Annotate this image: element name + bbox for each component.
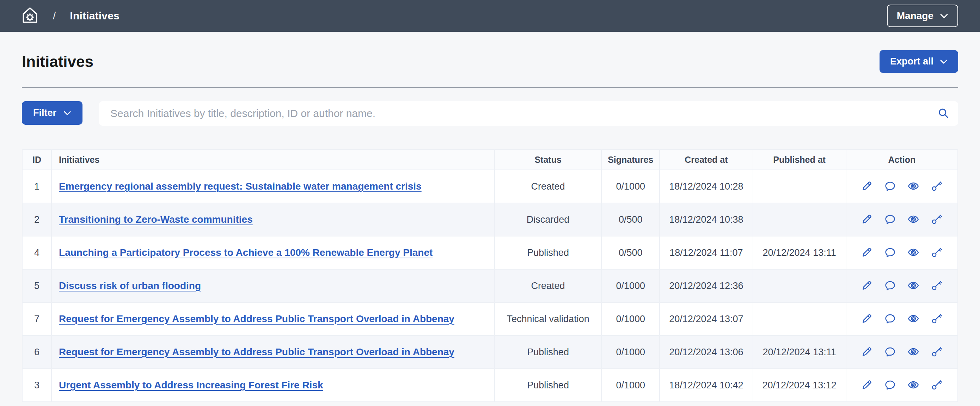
table-row: 1 Emergency regional assembly request: S… (22, 170, 958, 203)
preview-button[interactable] (905, 212, 921, 227)
permissions-key-icon (931, 247, 942, 259)
manage-button[interactable]: Manage (887, 5, 958, 27)
row-actions (846, 278, 958, 294)
permissions-button[interactable] (929, 278, 944, 294)
preview-button[interactable] (905, 179, 921, 194)
permissions-button[interactable] (929, 311, 944, 327)
main-content: Initiatives Export all Filter (0, 50, 980, 402)
preview-button[interactable] (905, 278, 921, 294)
preview-button[interactable] (905, 344, 921, 360)
cell-published-at: 20/12/2024 13:12 (753, 369, 846, 402)
chevron-down-icon (940, 10, 948, 21)
table-row: 2 Transitioning to Zero-Waste communitie… (22, 203, 958, 236)
edit-button[interactable] (859, 311, 875, 327)
answer-button[interactable] (882, 377, 898, 393)
initiative-title-link[interactable]: Urgent Assembly to Address Increasing Fo… (59, 380, 323, 390)
permissions-button[interactable] (929, 245, 944, 260)
edit-pencil-icon (861, 379, 872, 392)
permissions-button[interactable] (929, 344, 944, 360)
answer-button[interactable] (882, 344, 898, 360)
table-row: 3 Urgent Assembly to Address Increasing … (22, 369, 958, 402)
title-divider (22, 87, 958, 88)
preview-eye-icon (908, 313, 919, 325)
breadcrumb-current: Initiatives (70, 10, 119, 22)
permissions-key-icon (931, 213, 942, 226)
export-all-button[interactable]: Export all (880, 50, 958, 73)
answer-chat-icon (885, 346, 896, 358)
row-actions (846, 311, 958, 327)
row-actions (846, 245, 958, 260)
initiative-title-link[interactable]: Discuss risk of urban flooding (59, 280, 201, 291)
preview-eye-icon (908, 379, 919, 392)
cell-status: Published (495, 236, 601, 269)
answer-chat-icon (885, 213, 896, 226)
permissions-key-icon (931, 379, 942, 392)
row-actions (846, 212, 958, 227)
preview-button[interactable] (905, 311, 921, 327)
answer-button[interactable] (882, 245, 898, 260)
preview-button[interactable] (905, 377, 921, 393)
answer-button[interactable] (882, 179, 898, 194)
header-action: Action (846, 150, 958, 170)
cell-status: Discarded (495, 203, 601, 236)
search-icon (937, 107, 949, 120)
filter-button-label: Filter (33, 107, 56, 118)
home-link[interactable] (22, 6, 38, 25)
answer-button[interactable] (882, 212, 898, 227)
header-published-at: Published at (753, 150, 846, 170)
edit-button[interactable] (859, 212, 875, 227)
edit-button[interactable] (859, 344, 875, 360)
cell-id: 2 (22, 203, 51, 236)
cell-id: 1 (22, 170, 51, 203)
permissions-button[interactable] (929, 212, 944, 227)
cell-id: 6 (22, 336, 51, 369)
cell-status: Published (495, 369, 601, 402)
manage-button-label: Manage (897, 10, 934, 21)
cell-created-at: 18/12/2024 10:28 (660, 170, 752, 203)
permissions-button[interactable] (929, 179, 944, 194)
preview-button[interactable] (905, 245, 921, 260)
edit-pencil-icon (861, 346, 872, 358)
edit-button[interactable] (859, 245, 875, 260)
cell-published-at: 20/12/2024 13:11 (753, 336, 846, 369)
search-button[interactable] (932, 102, 955, 125)
cell-signatures: 0/500 (601, 236, 660, 269)
cell-published-at (753, 269, 846, 303)
cell-status: Created (495, 269, 601, 303)
table-row: 7 Request for Emergency Assembly to Addr… (22, 303, 958, 336)
preview-eye-icon (908, 280, 919, 292)
answer-chat-icon (885, 313, 896, 325)
preview-eye-icon (908, 346, 919, 358)
answer-button[interactable] (882, 278, 898, 294)
table-row: 6 Request for Emergency Assembly to Addr… (22, 336, 958, 369)
preview-eye-icon (908, 180, 919, 193)
row-actions (846, 344, 958, 360)
chevron-down-icon (940, 56, 948, 67)
row-actions (846, 377, 958, 393)
answer-chat-icon (885, 180, 896, 193)
breadcrumb-separator: / (53, 10, 56, 22)
filter-button[interactable]: Filter (22, 101, 83, 125)
cell-created-at: 18/12/2024 10:42 (660, 369, 752, 402)
preview-eye-icon (908, 213, 919, 226)
cell-signatures: 0/500 (601, 203, 660, 236)
permissions-button[interactable] (929, 377, 944, 393)
header-status: Status (495, 150, 601, 170)
edit-button[interactable] (859, 377, 875, 393)
cell-id: 3 (22, 369, 51, 402)
cell-created-at: 20/12/2024 12:36 (660, 269, 752, 303)
cell-created-at: 20/12/2024 13:07 (660, 303, 752, 336)
search-input[interactable] (110, 101, 932, 126)
initiative-title-link[interactable]: Launching a Participatory Process to Ach… (59, 247, 433, 258)
initiative-title-link[interactable]: Transitioning to Zero-Waste communities (59, 214, 253, 225)
edit-button[interactable] (859, 278, 875, 294)
initiative-title-link[interactable]: Request for Emergency Assembly to Addres… (59, 346, 454, 357)
initiative-title-link[interactable]: Request for Emergency Assembly to Addres… (59, 313, 454, 324)
initiative-title-link[interactable]: Emergency regional assembly request: Sus… (59, 181, 422, 192)
table-row: 5 Discuss risk of urban flooding Created… (22, 269, 958, 303)
header-created-at: Created at (660, 150, 752, 170)
cell-id: 4 (22, 236, 51, 269)
permissions-key-icon (931, 313, 942, 325)
edit-button[interactable] (859, 179, 875, 194)
answer-button[interactable] (882, 311, 898, 327)
